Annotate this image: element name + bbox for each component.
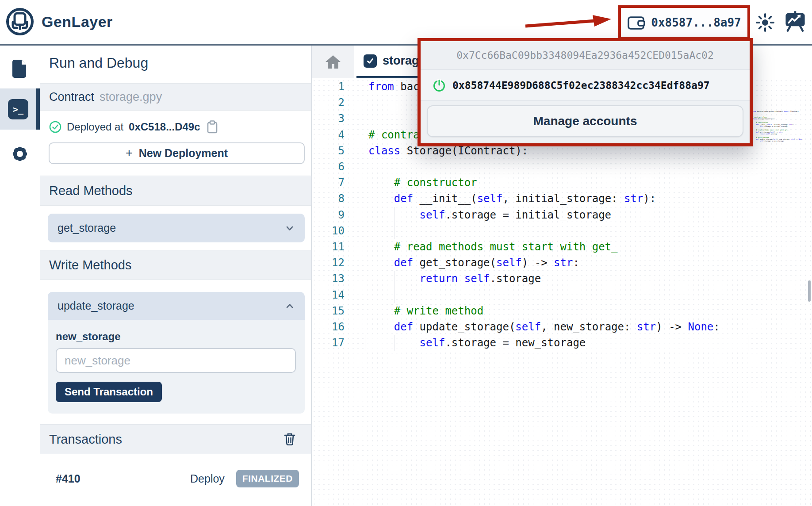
trash-icon[interactable] [284, 433, 295, 446]
write-method-label: update_storage [57, 299, 134, 312]
contract-label: Contract [49, 90, 94, 104]
sun-icon [755, 12, 775, 33]
param-label: new_storage [56, 330, 297, 343]
run-debug-panel: Run and Debug Contract storage.gpy Deplo… [40, 46, 312, 506]
panel-title: Run and Debug [49, 49, 148, 77]
wallet-account-button[interactable]: 0x8587...8a97 [618, 5, 750, 39]
file-icon [10, 58, 30, 79]
chevron-down-icon [284, 223, 295, 234]
annotation-arrow [522, 12, 617, 32]
power-icon [432, 78, 446, 92]
sidebar-item-settings[interactable] [0, 140, 40, 168]
transactions-header: Transactions [40, 424, 311, 454]
file-check-icon [364, 54, 377, 68]
stats-board-button[interactable] [784, 10, 807, 33]
manage-accounts-wrap: Manage accounts [421, 101, 750, 143]
transaction-type: Deploy [190, 472, 225, 485]
plus-icon: + [126, 146, 133, 160]
transactions-title: Transactions [49, 432, 122, 447]
deployed-label: Deployed at [67, 121, 123, 133]
accounts-dropdown: 0x7Cc66BaC09bb3348094Ea2936a452CED015aAc… [417, 38, 753, 146]
chart-board-icon [784, 10, 806, 32]
minimap[interactable]: from backend.node.genvm.icontract import… [752, 111, 808, 341]
check-circle-icon [49, 121, 61, 133]
manage-accounts-button[interactable]: Manage accounts [427, 105, 743, 137]
deployed-address: 0xC518...D49c [129, 121, 200, 133]
account-address: 0x7Cc66BaC09bb3348094Ea2936a452CED015aAc… [456, 50, 714, 61]
read-method-get-storage[interactable]: get_storage [48, 214, 305, 242]
read-method-label: get_storage [57, 222, 116, 234]
brand-name: GenLayer [42, 13, 113, 31]
new-deployment-button[interactable]: + New Deployment [49, 142, 305, 164]
status-badge: FINALIZED [236, 470, 299, 487]
terminal-icon: >_ [8, 99, 28, 119]
wallet-address-short: 0x8587...8a97 [651, 16, 741, 29]
account-address: 0x858744E989D688C5f02ec2388342cc34Edf88a… [452, 80, 710, 91]
read-methods-header: Read Methods [40, 176, 311, 206]
theme-toggle-button[interactable] [754, 11, 777, 34]
app-window: GenLayer 0x8587...8a97 [0, 0, 812, 506]
transaction-id: #410 [56, 472, 80, 485]
copy-icon[interactable] [206, 120, 219, 134]
transaction-row[interactable]: #410 Deploy FINALIZED [40, 463, 311, 494]
brand: GenLayer [5, 7, 113, 36]
line-number-gutter: 1234567891011121314151617 [312, 79, 345, 351]
wallet-icon [627, 13, 646, 32]
home-icon [325, 54, 341, 70]
account-item-active[interactable]: 0x858744E989D688C5f02ec2388342cc34Edf88a… [421, 70, 750, 101]
write-methods-header: Write Methods [40, 250, 311, 280]
new-storage-input[interactable] [56, 348, 296, 373]
genlayer-logo-icon [5, 7, 34, 36]
home-tab-button[interactable] [312, 46, 354, 78]
write-method-update-storage[interactable]: update_storage [48, 292, 305, 320]
editor-scrollbar-thumb[interactable] [808, 280, 811, 302]
write-method-form: new_storage Send Transaction [48, 320, 305, 414]
gear-icon [10, 144, 30, 164]
sidebar-item-run-debug[interactable]: >_ [0, 88, 40, 130]
deployed-status-row: Deployed at 0xC518...D49c [49, 115, 219, 139]
send-transaction-button[interactable]: Send Transaction [56, 382, 162, 402]
contract-header: Contract storage.gpy [40, 83, 311, 111]
minimap-content: from backend.node.genvm.icontract import… [752, 111, 806, 142]
contract-filename: storage.gpy [100, 90, 162, 104]
sidebar-item-files[interactable] [0, 54, 40, 83]
account-item-inactive[interactable]: 0x7Cc66BaC09bb3348094Ea2936a452CED015aAc… [421, 41, 750, 70]
new-deployment-label: New Deployment [139, 147, 228, 160]
chevron-up-icon [284, 301, 295, 311]
activity-bar: >_ [0, 46, 40, 506]
